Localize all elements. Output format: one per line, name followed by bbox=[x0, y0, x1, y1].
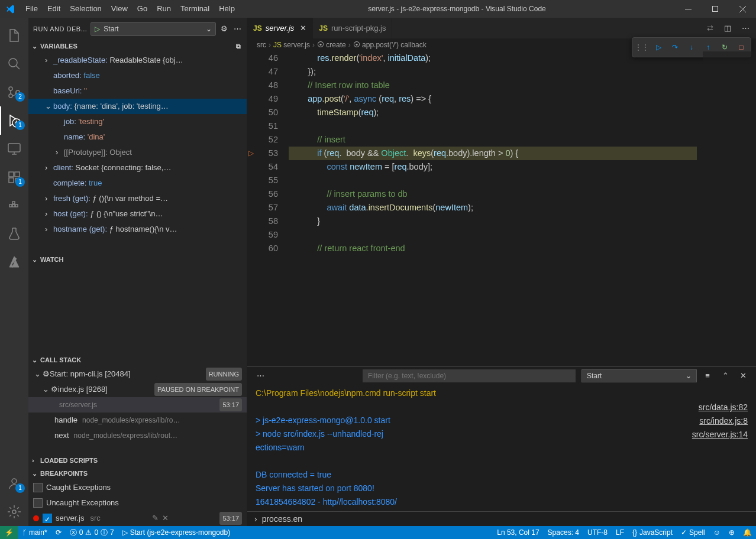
breadcrumb-item[interactable]: src bbox=[257, 41, 266, 49]
debug-session-select[interactable]: Start⌄ bbox=[581, 369, 697, 382]
variable-row[interactable]: ›_readableState: ReadableState {obj… bbox=[28, 53, 247, 68]
source-link[interactable]: src/index.js:8 bbox=[692, 414, 748, 428]
variable-row[interactable]: name: 'dina' bbox=[28, 129, 247, 145]
git-branch[interactable]: ᚶ main* bbox=[18, 528, 51, 537]
docker-icon[interactable] bbox=[0, 191, 28, 220]
menu-edit[interactable]: Edit bbox=[43, 0, 65, 18]
split-icon[interactable]: ◫ bbox=[723, 24, 732, 33]
variable-row[interactable]: ›host (get): ƒ () {\n"use strict"\n… bbox=[28, 206, 247, 222]
explorer-icon[interactable] bbox=[0, 21, 28, 50]
menu-terminal[interactable]: Terminal bbox=[176, 0, 214, 18]
variable-row[interactable]: ›client: Socket {connecting: false,… bbox=[28, 160, 247, 176]
remote-indicator[interactable]: ⚡ bbox=[0, 526, 18, 539]
source-control-icon[interactable]: 2 bbox=[0, 78, 28, 106]
notifications-icon[interactable]: 🔔 bbox=[739, 528, 756, 537]
svg-line-5 bbox=[16, 66, 20, 69]
chevron-down-icon: ⌄ bbox=[206, 25, 212, 33]
menu-view[interactable]: View bbox=[106, 0, 133, 18]
minimize-button[interactable] bbox=[674, 0, 702, 18]
azure-icon[interactable] bbox=[0, 248, 28, 277]
callstack-frame[interactable]: src/server.js53:17 bbox=[28, 397, 247, 413]
debug-icon[interactable]: 1 bbox=[0, 106, 28, 135]
problems-status[interactable]: ⓧ 0 ⚠ 0 ⓘ 7 bbox=[66, 528, 118, 538]
gear-icon[interactable]: ⚙ bbox=[219, 24, 229, 34]
language-mode[interactable]: {} JavaScript bbox=[628, 528, 677, 537]
collapse-panel-icon[interactable]: ⌃ bbox=[721, 371, 730, 381]
more-icon[interactable]: ⋯ bbox=[741, 24, 750, 33]
variables-header[interactable]: ⌄VARIABLES ⧉ bbox=[28, 40, 247, 53]
close-panel-icon[interactable]: ✕ bbox=[738, 371, 748, 381]
variable-row[interactable]: ›fresh (get): ƒ (){\n var method =… bbox=[28, 191, 247, 206]
breakpoints-header[interactable]: ⌄BREAKPOINTS bbox=[28, 467, 247, 480]
spell-check[interactable]: ✓ Spell bbox=[677, 528, 709, 537]
callstack-frame[interactable]: handlenode_modules/express/lib/ro… bbox=[28, 413, 247, 428]
collapse-icon[interactable]: ⧉ bbox=[234, 41, 243, 51]
feedback-icon[interactable]: ⊕ bbox=[725, 528, 739, 537]
watch-header[interactable]: ⌄WATCH bbox=[28, 253, 247, 266]
close-button[interactable] bbox=[729, 0, 756, 18]
caught-exceptions[interactable]: Caught Exceptions bbox=[28, 480, 247, 495]
callstack-thread[interactable]: ⌄ ⚙ index.js [9268]PAUSED ON BREAKPOINT bbox=[28, 382, 247, 397]
eol[interactable]: LF bbox=[612, 528, 628, 537]
maximize-button[interactable] bbox=[702, 0, 729, 18]
cursor-position[interactable]: Ln 53, Col 17 bbox=[493, 528, 543, 537]
code-editor[interactable]: 46474849505152▷5354555657585960 res.rend… bbox=[247, 51, 756, 366]
panel-more-icon[interactable]: ⋯ bbox=[256, 371, 265, 381]
indentation[interactable]: Spaces: 4 bbox=[544, 528, 583, 537]
settings-icon[interactable] bbox=[0, 498, 28, 526]
breadcrumb-item[interactable]: ⦿ create bbox=[317, 41, 346, 49]
source-link[interactable]: src/data.js:82 bbox=[692, 401, 748, 414]
encoding[interactable]: UTF-8 bbox=[583, 528, 612, 537]
editor-tab[interactable]: JSrun-script-pkg.js bbox=[313, 18, 392, 38]
sync-icon[interactable]: ⟳ bbox=[51, 528, 66, 537]
debug-filter-input[interactable] bbox=[363, 369, 576, 382]
loaded-scripts-header[interactable]: ›LOADED SCRIPTS bbox=[28, 454, 247, 467]
menubar: FileEditSelectionViewGoRunTerminalHelp bbox=[21, 0, 240, 18]
menu-selection[interactable]: Selection bbox=[65, 0, 106, 18]
variable-row[interactable]: baseUrl: '' bbox=[28, 83, 247, 99]
menu-file[interactable]: File bbox=[21, 0, 43, 18]
acc-badge: 1 bbox=[15, 483, 25, 493]
titlebar: FileEditSelectionViewGoRunTerminalHelp s… bbox=[0, 0, 756, 18]
menu-go[interactable]: Go bbox=[133, 0, 152, 18]
ext-badge: 1 bbox=[15, 177, 25, 187]
breadcrumb-item[interactable]: ⦿ app.post('/') callback bbox=[353, 41, 427, 49]
debug-status[interactable]: ▷ Start (js-e2e-express-mongodb) bbox=[118, 528, 234, 537]
callstack-frame[interactable]: nextnode_modules/express/lib/rout… bbox=[28, 428, 247, 443]
close-tab-icon[interactable]: ✕ bbox=[300, 24, 306, 33]
svg-rect-14 bbox=[15, 172, 20, 177]
variable-row[interactable]: ⌄body: {name: 'dina', job: 'testing… bbox=[28, 99, 247, 114]
minimap[interactable] bbox=[703, 51, 756, 366]
accounts-icon[interactable]: 1 bbox=[0, 469, 28, 498]
uncaught-exceptions[interactable]: Uncaught Exceptions bbox=[28, 495, 247, 511]
more-icon[interactable]: ⋯ bbox=[232, 24, 242, 34]
menu-help[interactable]: Help bbox=[214, 0, 240, 18]
editor-area: JSserver.js✕JSrun-script-pkg.js ⇄ ◫ ⋯ sr… bbox=[247, 18, 756, 526]
variable-row[interactable]: ›hostname (get): ƒ hostname(){\n v… bbox=[28, 222, 247, 237]
callstack-header[interactable]: ⌄CALL STACK bbox=[28, 353, 247, 366]
remote-explorer-icon[interactable] bbox=[0, 135, 28, 163]
status-bar: ⚡ ᚶ main* ⟳ ⓧ 0 ⚠ 0 ⓘ 7 ▷ Start (js-e2e-… bbox=[0, 526, 756, 539]
testing-icon[interactable] bbox=[0, 220, 28, 248]
debug-config-select[interactable]: ▷ Start ⌄ bbox=[91, 22, 216, 36]
word-wrap-icon[interactable]: ≡ bbox=[703, 371, 712, 381]
menu-run[interactable]: Run bbox=[152, 0, 176, 18]
variable-row[interactable]: aborted: false bbox=[28, 68, 247, 83]
source-link[interactable]: src/server.js:14 bbox=[692, 428, 748, 441]
chevron-right-icon: › bbox=[254, 514, 257, 524]
search-icon[interactable] bbox=[0, 50, 28, 78]
copilot-icon[interactable]: ☺ bbox=[709, 528, 725, 537]
compare-icon[interactable]: ⇄ bbox=[705, 24, 715, 33]
breadcrumb-item[interactable]: JS server.js bbox=[273, 41, 310, 49]
breadcrumb[interactable]: src›JS server.js›⦿ create›⦿ app.post('/'… bbox=[247, 38, 756, 51]
callstack-process[interactable]: ⌄ ⚙ Start: npm-cli.js [20484]RUNNING bbox=[28, 366, 247, 382]
variable-row[interactable]: ›[[Prototype]]: Object bbox=[28, 145, 247, 160]
breakpoint-item[interactable]: server.jssrc✎✕53:17 bbox=[28, 511, 247, 526]
svg-point-4 bbox=[9, 59, 17, 67]
debug-repl-input[interactable]: › process.en bbox=[247, 511, 756, 526]
variable-row[interactable]: complete: true bbox=[28, 176, 247, 191]
extensions-icon[interactable]: 1 bbox=[0, 163, 28, 191]
editor-tab[interactable]: JSserver.js✕ bbox=[247, 18, 313, 38]
scm-badge: 2 bbox=[15, 92, 25, 102]
variable-row[interactable]: job: 'testing' bbox=[28, 114, 247, 129]
